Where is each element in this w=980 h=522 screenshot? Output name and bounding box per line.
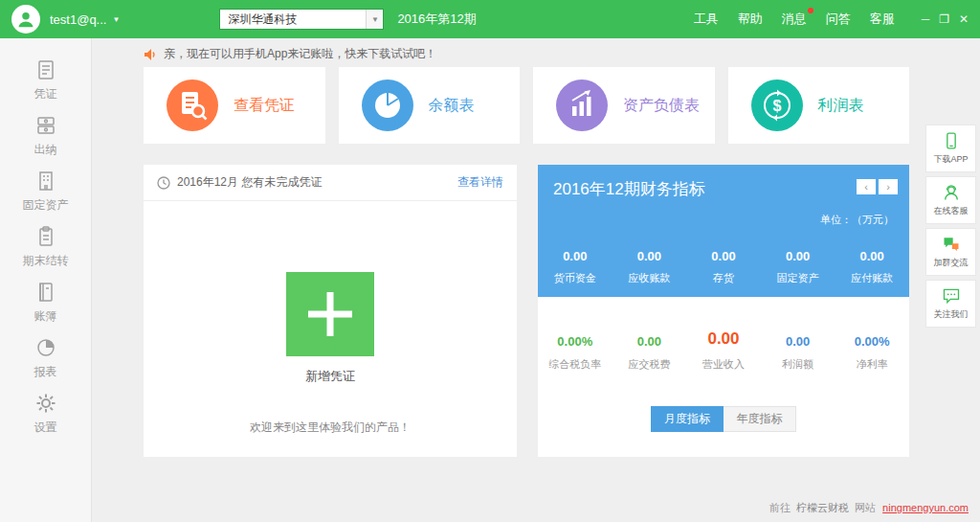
metric-label: 综合税负率 <box>538 357 612 372</box>
sidebar-item-voucher[interactable]: 凭证 <box>0 57 91 103</box>
ledger-icon <box>34 281 57 304</box>
metric-value: 0.00 <box>538 249 612 263</box>
metric-net-margin: 0.00% 净利率 <box>835 334 909 372</box>
metric-label: 货币资金 <box>538 271 612 285</box>
card-label: 余额表 <box>429 96 475 116</box>
metric-fixed-assets: 0.00 固定资产 <box>761 249 835 285</box>
widget-follow-us[interactable]: 关注我们 <box>925 280 976 328</box>
username[interactable]: test1@q... <box>50 12 106 27</box>
notification-dot <box>808 8 813 13</box>
menu-tools[interactable]: 工具 <box>694 11 719 28</box>
sidebar-item-label: 设置 <box>34 420 57 436</box>
left-sidebar: 凭证 出纳 固定资产 期末结转 账簿 <box>0 38 92 522</box>
menu-service[interactable]: 客服 <box>870 11 895 28</box>
metric-inventory: 0.00 存货 <box>686 249 761 285</box>
indicator-tabs: 月度指标 年度指标 <box>651 406 796 432</box>
card-view-voucher[interactable]: 查看凭证 <box>144 67 325 144</box>
add-voucher-button[interactable] <box>286 272 374 356</box>
clipboard-icon <box>34 225 57 248</box>
menu-qa[interactable]: 问答 <box>826 11 851 28</box>
clock-icon <box>157 176 170 190</box>
sidebar-item-label: 凭证 <box>34 86 57 102</box>
metric-value: 0.00 <box>686 329 761 349</box>
metric-label: 应付账款 <box>835 271 909 285</box>
card-label: 利润表 <box>818 96 864 116</box>
tab-yearly[interactable]: 年度指标 <box>724 406 796 432</box>
footer-brand: 柠檬云财税 <box>796 502 849 513</box>
sidebar-item-label: 期末结转 <box>23 253 69 269</box>
close-icon[interactable]: ✕ <box>959 12 969 26</box>
metric-label: 固定资产 <box>761 271 835 285</box>
sidebar-item-reports[interactable]: 报表 <box>0 335 91 381</box>
metric-profit: 0.00 利润额 <box>761 334 835 372</box>
headset-icon <box>942 183 961 202</box>
chevron-down-icon[interactable]: ▼ <box>366 10 383 29</box>
sidebar-item-label: 报表 <box>34 364 57 380</box>
widget-online-service[interactable]: 在线客服 <box>925 176 976 224</box>
sidebar-item-cashier[interactable]: 出纳 <box>0 113 91 159</box>
footer-prefix: 前往 <box>769 502 791 513</box>
metric-payables: 0.00 应付账款 <box>835 249 909 285</box>
current-period: 2016年第12期 <box>397 11 476 28</box>
sidebar-item-label: 固定资产 <box>23 197 69 214</box>
chat-dots-icon <box>942 286 961 306</box>
maximize-icon[interactable]: ❐ <box>939 12 949 26</box>
prev-period-button[interactable]: ‹ <box>857 179 876 194</box>
widget-download-app[interactable]: 下载APP <box>925 125 976 172</box>
metric-value: 0.00% <box>538 334 612 349</box>
top-metrics-row: 0.00 货币资金 0.00 应收账款 0.00 存货 0.00 固定资产 0.… <box>538 249 909 285</box>
company-select[interactable]: 深圳华通科技 ▼ <box>219 9 384 30</box>
metric-label: 利润额 <box>761 357 835 372</box>
metric-value: 0.00 <box>761 249 835 263</box>
unit-label: 单位：（万元） <box>820 213 894 227</box>
menu-messages[interactable]: 消息 <box>782 11 807 28</box>
voucher-search-icon <box>167 79 218 131</box>
tab-monthly[interactable]: 月度指标 <box>651 406 724 432</box>
metric-cash: 0.00 货币资金 <box>538 249 612 285</box>
site-link[interactable]: ningmengyun.com <box>882 502 969 513</box>
next-period-button[interactable]: › <box>879 179 898 194</box>
sidebar-item-settings[interactable]: 设置 <box>0 391 91 437</box>
card-profit-table[interactable]: $ 利润表 <box>728 67 910 144</box>
quick-cards: 查看凭证 余额表 资产负债表 $ 利润表 <box>144 67 909 144</box>
menu-help[interactable]: 帮助 <box>738 11 763 28</box>
metric-label: 存货 <box>686 271 761 285</box>
building-icon <box>34 170 57 193</box>
metric-tax-payable: 0.00 应交税费 <box>612 334 687 372</box>
welcome-text: 欢迎来到这里体验我们的产品！ <box>144 420 517 436</box>
cashier-icon <box>34 114 57 137</box>
add-voucher-label[interactable]: 新增凭证 <box>144 368 517 385</box>
sidebar-item-fixed-assets[interactable]: 固定资产 <box>0 169 91 215</box>
voucher-icon <box>34 58 57 81</box>
company-select-value: 深圳华通科技 <box>220 11 366 28</box>
metric-label: 营业收入 <box>686 357 761 372</box>
top-menu: 工具 帮助 消息 问答 客服 <box>694 11 895 28</box>
indicator-body: 0.00% 综合税负率 0.00 应交税费 0.00 营业收入 0.00 利润额… <box>538 297 909 457</box>
widget-group-chat[interactable]: 加群交流 <box>925 228 976 276</box>
sidebar-item-label: 出纳 <box>34 142 57 158</box>
money-cycle-icon: $ <box>751 79 803 131</box>
indicator-title: 2016年12期财务指标 <box>553 178 894 200</box>
pie-chart-icon <box>34 336 57 359</box>
card-balance-table[interactable]: 余额表 <box>339 67 521 144</box>
metric-tax-burden: 0.00% 综合税负率 <box>538 334 612 372</box>
card-label: 资产负债表 <box>623 96 700 116</box>
notice-text: 亲，现在可以用手机App来记账啦，快来下载试试吧！ <box>164 46 436 62</box>
user-caret-icon[interactable]: ▼ <box>112 15 120 24</box>
metric-value: 0.00 <box>761 334 835 349</box>
minimize-icon[interactable]: ─ <box>922 12 930 26</box>
financial-indicator-panel: 2016年12期财务指标 ‹ › 单位：（万元） 0.00 货币资金 0.00 … <box>538 165 909 457</box>
bottom-metrics-row: 0.00% 综合税负率 0.00 应交税费 0.00 营业收入 0.00 利润额… <box>538 329 909 372</box>
sidebar-item-label: 账簿 <box>34 308 57 325</box>
view-details-link[interactable]: 查看详情 <box>457 174 503 191</box>
sidebar-item-books[interactable]: 账簿 <box>0 280 91 326</box>
indicator-header: 2016年12期财务指标 ‹ › 单位：（万元） 0.00 货币资金 0.00 … <box>538 165 909 297</box>
widget-label: 下载APP <box>933 153 968 166</box>
window-controls: ─ ❐ ✕ <box>922 12 969 26</box>
card-balance-sheet[interactable]: 资产负债表 <box>533 67 715 144</box>
metric-label: 应收账款 <box>612 271 687 285</box>
metric-label: 应交税费 <box>612 357 687 372</box>
sidebar-item-period-end[interactable]: 期末结转 <box>0 224 91 270</box>
metric-value: 0.00 <box>612 334 687 349</box>
user-avatar[interactable] <box>11 5 40 34</box>
